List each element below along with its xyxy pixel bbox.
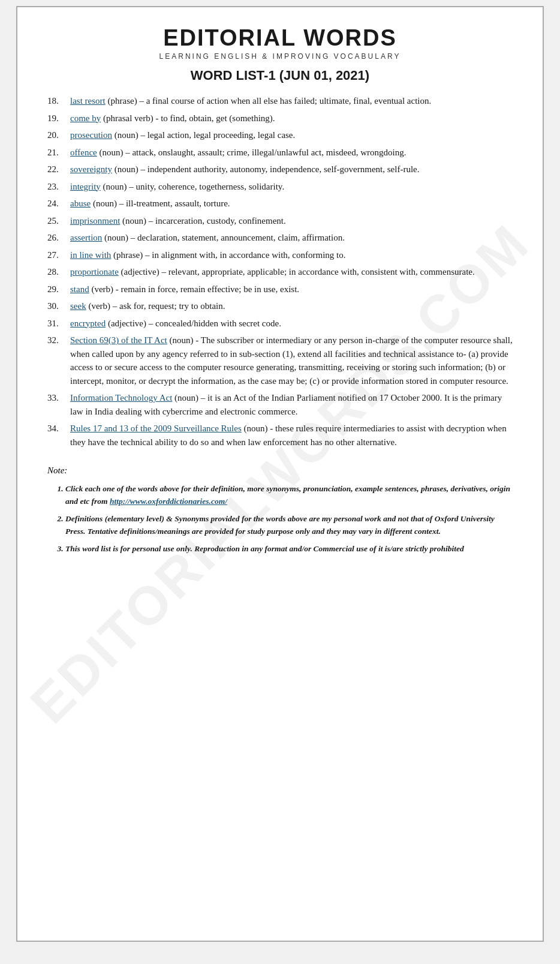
note-item: Click each one of the words above for th… bbox=[65, 483, 513, 508]
entry-number: 25. bbox=[47, 214, 70, 228]
entry-type: (noun) bbox=[97, 148, 124, 157]
list-item: 27.in line with (phrase) – in alignment … bbox=[47, 248, 513, 262]
entry-type: (adjective) bbox=[119, 267, 159, 277]
entry-number: 31. bbox=[47, 317, 70, 331]
entry-definition: - to find, obtain, get (something). bbox=[153, 113, 275, 123]
entry-number: 32. bbox=[47, 334, 70, 388]
entry-definition: - remain in force, remain effective; be … bbox=[113, 284, 299, 294]
entry-type: (noun) bbox=[120, 216, 146, 226]
entry-type: (noun) bbox=[102, 233, 128, 242]
word-link[interactable]: integrity bbox=[70, 182, 101, 191]
entry-content: offence (noun) – attack, onslaught, assa… bbox=[70, 146, 513, 160]
list-item: 19.come by (phrasal verb) - to find, obt… bbox=[47, 112, 513, 125]
entry-content: last resort (phrase) – a final course of… bbox=[70, 94, 513, 108]
entry-number: 33. bbox=[47, 391, 70, 418]
entry-number: 21. bbox=[47, 146, 70, 160]
entry-definition: – concealed/hidden with secret code. bbox=[146, 319, 281, 328]
list-item: 22.sovereignty (noun) – independent auth… bbox=[47, 163, 513, 176]
entry-type: (adjective) bbox=[106, 319, 146, 328]
word-link[interactable]: offence bbox=[70, 148, 97, 157]
note-link[interactable]: http://www.oxforddictionaries.com/ bbox=[110, 497, 227, 506]
entry-definition: – a final course of action when all else… bbox=[137, 96, 432, 106]
entry-number: 22. bbox=[47, 163, 70, 176]
entry-definition: – attack, onslaught, assault; crime, ill… bbox=[123, 148, 406, 157]
word-link[interactable]: Section 69(3) of the IT Act bbox=[70, 335, 167, 345]
list-item: 31.encrypted (adjective) – concealed/hid… bbox=[47, 317, 513, 331]
entry-definition: – independent authority, autonomy, indep… bbox=[139, 164, 420, 174]
entry-type: (phrasal verb) bbox=[101, 113, 153, 123]
entry-content: prosecution (noun) – legal action, legal… bbox=[70, 128, 513, 142]
list-item: 24.abuse (noun) – ill-treatment, assault… bbox=[47, 197, 513, 211]
entry-type: (noun) bbox=[101, 182, 127, 191]
list-item: 23.integrity (noun) – unity, coherence, … bbox=[47, 180, 513, 194]
list-item: 32.Section 69(3) of the IT Act (noun) - … bbox=[47, 334, 513, 388]
list-item: 29.stand (verb) - remain in force, remai… bbox=[47, 283, 513, 296]
entry-number: 34. bbox=[47, 422, 70, 449]
entry-content: come by (phrasal verb) - to find, obtain… bbox=[70, 112, 513, 125]
entry-content: proportionate (adjective) – relevant, ap… bbox=[70, 265, 513, 279]
list-item: 30.seek (verb) – ask for, request; try t… bbox=[47, 299, 513, 313]
entry-type: (noun) bbox=[112, 164, 139, 174]
entry-number: 27. bbox=[47, 248, 70, 262]
entry-type: (noun) bbox=[167, 335, 194, 345]
entry-content: Information Technology Act (noun) – it i… bbox=[70, 391, 513, 418]
entry-content: in line with (phrase) – in alignment wit… bbox=[70, 248, 513, 262]
entry-definition: – unity, coherence, togetherness, solida… bbox=[127, 182, 285, 191]
word-link[interactable]: seek bbox=[70, 301, 86, 311]
word-link[interactable]: proportionate bbox=[70, 267, 119, 277]
list-item: 18.last resort (phrase) – a final course… bbox=[47, 94, 513, 108]
entry-type: (phrase) bbox=[106, 96, 137, 106]
entry-definition: – declaration, statement, announcement, … bbox=[128, 233, 345, 242]
word-link[interactable]: assertion bbox=[70, 233, 102, 242]
entry-number: 28. bbox=[47, 265, 70, 279]
note-list: Click each one of the words above for th… bbox=[47, 483, 513, 555]
word-link[interactable]: abuse bbox=[70, 199, 91, 208]
site-title: EDITORIAL WORDS bbox=[47, 25, 513, 51]
list-item: 26.assertion (noun) – declaration, state… bbox=[47, 231, 513, 245]
entry-type: (noun) bbox=[91, 199, 117, 208]
word-list-title: WORD LIST-1 (JUN 01, 2021) bbox=[47, 68, 513, 83]
word-link[interactable]: imprisonment bbox=[70, 216, 120, 226]
entry-content: encrypted (adjective) – concealed/hidden… bbox=[70, 317, 513, 331]
entry-type: (phrase) bbox=[111, 250, 143, 260]
entry-type: (noun) bbox=[112, 130, 139, 140]
entry-type: (noun) bbox=[172, 393, 198, 403]
entry-number: 29. bbox=[47, 283, 70, 296]
word-link[interactable]: Rules 17 and 13 of the 2009 Surveillance… bbox=[70, 424, 242, 433]
note-item: This word list is for personal use only.… bbox=[65, 543, 513, 555]
word-link[interactable]: come by bbox=[70, 113, 101, 123]
word-link[interactable]: encrypted bbox=[70, 319, 106, 328]
entry-content: imprisonment (noun) – incarceration, cus… bbox=[70, 214, 513, 228]
entry-definition: – legal action, legal proceeding, legal … bbox=[139, 130, 296, 140]
entry-number: 30. bbox=[47, 299, 70, 313]
note-section: Note: Click each one of the words above … bbox=[47, 466, 513, 555]
entry-type: (noun) bbox=[242, 424, 268, 433]
word-link[interactable]: in line with bbox=[70, 250, 111, 260]
entry-number: 18. bbox=[47, 94, 70, 108]
list-item: 33.Information Technology Act (noun) – i… bbox=[47, 391, 513, 418]
entry-definition: – in alignment with, in accordance with,… bbox=[143, 250, 345, 260]
word-link[interactable]: prosecution bbox=[70, 130, 112, 140]
entry-content: integrity (noun) – unity, coherence, tog… bbox=[70, 180, 513, 194]
header: EDITORIAL WORDS LEARNING ENGLISH & IMPRO… bbox=[47, 25, 513, 61]
list-item: 25.imprisonment (noun) – incarceration, … bbox=[47, 214, 513, 228]
word-link[interactable]: sovereignty bbox=[70, 164, 112, 174]
entry-content: assertion (noun) – declaration, statemen… bbox=[70, 231, 513, 245]
entry-definition: – ask for, request; try to obtain. bbox=[110, 301, 225, 311]
list-item: 20.prosecution (noun) – legal action, le… bbox=[47, 128, 513, 142]
entry-definition: – relevant, appropriate, applicable; in … bbox=[159, 267, 475, 277]
entry-number: 24. bbox=[47, 197, 70, 211]
site-subtitle: LEARNING ENGLISH & IMPROVING VOCABULARY bbox=[47, 52, 513, 61]
entry-type: (verb) bbox=[86, 301, 110, 311]
word-link[interactable]: last resort bbox=[70, 96, 106, 106]
list-item: 21.offence (noun) – attack, onslaught, a… bbox=[47, 146, 513, 160]
page: EDITORIALWORDS.COM EDITORIAL WORDS LEARN… bbox=[16, 6, 544, 942]
entry-content: Section 69(3) of the IT Act (noun) - The… bbox=[70, 334, 513, 388]
word-link[interactable]: stand bbox=[70, 284, 89, 294]
entry-content: Rules 17 and 13 of the 2009 Surveillance… bbox=[70, 422, 513, 449]
entry-content: abuse (noun) – ill-treatment, assault, t… bbox=[70, 197, 513, 211]
entry-number: 19. bbox=[47, 112, 70, 125]
word-link[interactable]: Information Technology Act bbox=[70, 393, 172, 403]
list-item: 28.proportionate (adjective) – relevant,… bbox=[47, 265, 513, 279]
entry-number: 26. bbox=[47, 231, 70, 245]
